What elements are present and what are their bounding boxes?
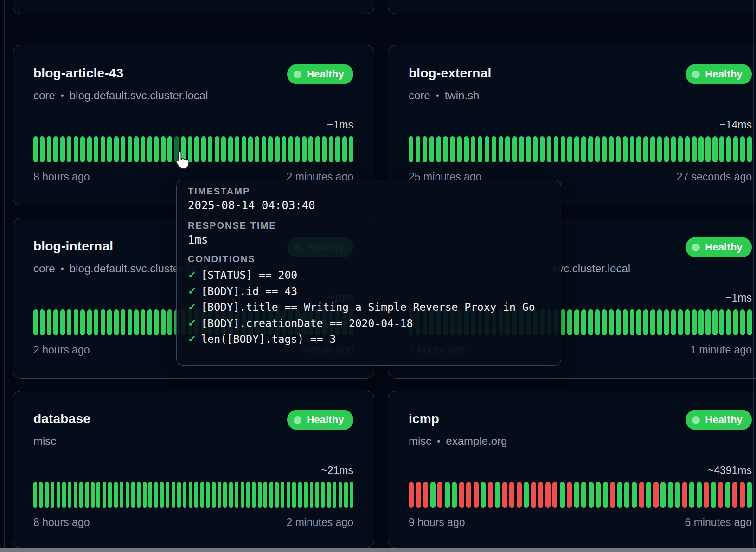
status-bar[interactable]: [189, 482, 192, 508]
status-bar[interactable]: [581, 482, 586, 508]
status-bar[interactable]: [62, 482, 66, 508]
status-bar[interactable]: [148, 482, 152, 508]
status-bar[interactable]: [315, 482, 319, 508]
status-bar[interactable]: [215, 136, 219, 162]
status-bar[interactable]: [660, 482, 666, 508]
status-bar[interactable]: [103, 482, 106, 508]
status-bar[interactable]: [416, 136, 420, 162]
status-bar[interactable]: [692, 136, 697, 162]
status-bar[interactable]: [94, 136, 98, 162]
status-bar[interactable]: [121, 309, 125, 335]
status-bar[interactable]: [114, 482, 118, 508]
status-bar[interactable]: [636, 309, 641, 335]
status-bar[interactable]: [623, 309, 628, 335]
status-bar[interactable]: [128, 136, 132, 162]
status-bar[interactable]: [101, 136, 105, 162]
status-bar[interactable]: [107, 309, 112, 335]
status-bar[interactable]: [545, 482, 551, 508]
status-bar[interactable]: [725, 482, 730, 508]
status-bar[interactable]: [481, 482, 486, 508]
status-bar[interactable]: [248, 136, 253, 162]
status-bar[interactable]: [712, 136, 717, 162]
status-bar[interactable]: [229, 482, 233, 508]
status-bar[interactable]: [740, 482, 745, 508]
status-bar[interactable]: [495, 482, 500, 508]
status-bar[interactable]: [581, 309, 586, 335]
status-bar[interactable]: [74, 136, 78, 162]
status-bar[interactable]: [682, 482, 687, 508]
status-bar[interactable]: [740, 136, 745, 162]
status-bar[interactable]: [574, 482, 579, 508]
status-bar[interactable]: [335, 136, 340, 162]
status-bar[interactable]: [68, 482, 71, 508]
status-bar[interactable]: [623, 136, 628, 162]
status-bar[interactable]: [726, 309, 731, 335]
status-bar[interactable]: [747, 136, 752, 162]
status-bar[interactable]: [429, 136, 434, 162]
status-bar[interactable]: [269, 482, 273, 508]
status-bar[interactable]: [711, 482, 716, 508]
status-bar[interactable]: [595, 136, 600, 162]
status-bar[interactable]: [308, 136, 313, 162]
status-bar[interactable]: [689, 482, 694, 508]
status-bar[interactable]: [344, 482, 348, 508]
status-bar[interactable]: [610, 482, 615, 508]
status-bar[interactable]: [126, 482, 129, 508]
status-bar[interactable]: [304, 482, 308, 508]
status-bar[interactable]: [581, 136, 586, 162]
status-bar[interactable]: [567, 136, 572, 162]
status-bar[interactable]: [246, 482, 250, 508]
status-bar[interactable]: [333, 482, 336, 508]
status-bar[interactable]: [452, 482, 457, 508]
status-bar[interactable]: [74, 309, 78, 335]
status-bar[interactable]: [567, 482, 572, 508]
status-bar[interactable]: [485, 136, 489, 162]
status-bar[interactable]: [416, 482, 421, 508]
status-bar[interactable]: [488, 482, 493, 508]
status-bar[interactable]: [457, 136, 461, 162]
status-bar[interactable]: [478, 136, 482, 162]
status-bar[interactable]: [685, 136, 690, 162]
status-bar[interactable]: [733, 309, 738, 335]
status-bar[interactable]: [698, 136, 703, 162]
status-bar[interactable]: [668, 482, 673, 508]
status-bar[interactable]: [288, 136, 293, 162]
status-bar[interactable]: [704, 482, 709, 508]
status-bar[interactable]: [588, 309, 593, 335]
status-bar[interactable]: [275, 482, 279, 508]
status-bar[interactable]: [167, 309, 172, 335]
status-bar[interactable]: [719, 136, 724, 162]
status-bar[interactable]: [459, 482, 464, 508]
status-bar[interactable]: [327, 482, 331, 508]
status-bar[interactable]: [732, 482, 737, 508]
status-bar[interactable]: [747, 482, 752, 508]
status-bar[interactable]: [609, 136, 614, 162]
status-bar[interactable]: [430, 482, 436, 508]
status-bar[interactable]: [712, 309, 717, 335]
status-bar[interactable]: [726, 136, 731, 162]
status-bar[interactable]: [567, 309, 572, 335]
status-bar[interactable]: [450, 136, 455, 162]
status-bar[interactable]: [602, 136, 607, 162]
status-bar[interactable]: [131, 482, 135, 508]
status-bar[interactable]: [172, 482, 175, 508]
status-bar[interactable]: [596, 482, 601, 508]
status-bar[interactable]: [321, 482, 325, 508]
status-bar[interactable]: [636, 136, 641, 162]
status-bar[interactable]: [45, 482, 49, 508]
status-bar[interactable]: [194, 482, 198, 508]
status-bar[interactable]: [67, 136, 71, 162]
status-bar[interactable]: [258, 482, 262, 508]
status-bar[interactable]: [67, 309, 71, 335]
status-bar[interactable]: [91, 482, 95, 508]
status-bar[interactable]: [602, 309, 607, 335]
status-bar[interactable]: [616, 136, 621, 162]
status-bar[interactable]: [499, 136, 503, 162]
status-bar[interactable]: [547, 136, 551, 162]
status-bar[interactable]: [474, 482, 479, 508]
status-bar[interactable]: [646, 482, 651, 508]
status-bar[interactable]: [595, 309, 600, 335]
status-bar[interactable]: [322, 136, 327, 162]
status-bar[interactable]: [423, 482, 428, 508]
status-bar[interactable]: [310, 482, 314, 508]
